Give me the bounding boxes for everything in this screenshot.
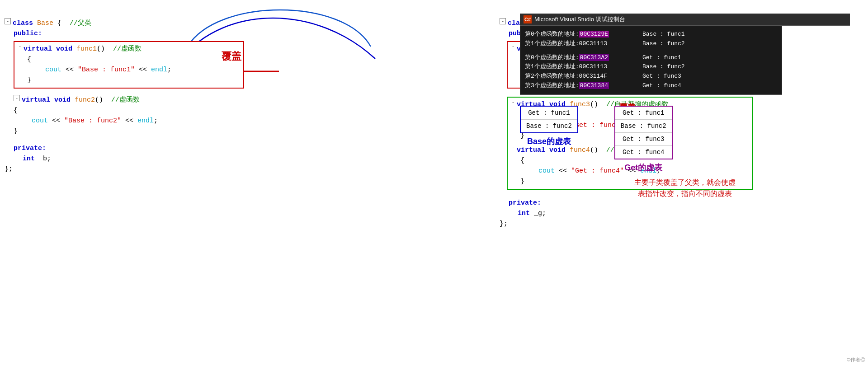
console-row-5: 第2个虚函数的地址:00C3114F Get : func3 <box>525 72 777 81</box>
func2-sig-line: - virtual void func2 () //虚函数 <box>14 95 244 105</box>
watermark: ©作者◎ <box>847 356 865 363</box>
vs-console-container: C# Microsoft Visual Studio 调试控制台 第0个虚函数的… <box>520 14 850 95</box>
public-line: public: <box>14 28 244 39</box>
class-keyword: class <box>13 18 37 28</box>
func1-sig-line: - virtual void func1 () //虚函数 <box>18 44 240 54</box>
base-vtable-box: Get : func1 Base : func2 <box>520 106 578 133</box>
collapse-func2[interactable]: - <box>14 95 20 101</box>
main-container: - class Base { //父类 public: - virtual vo… <box>0 0 868 365</box>
console-row-2: 第1个虚函数的地址:00C31113 Base : func2 <box>525 39 777 49</box>
base-vtable-label: Base的虚表 <box>520 136 578 147</box>
base-vtable-container: Get : func1 Base : func2 Base的虚表 <box>520 106 578 147</box>
console-row-6: 第3个虚函数的地址:00C31384 Get : func4 <box>525 81 777 91</box>
base-classname: Base <box>37 18 57 28</box>
base-vtable-cell-1: Get : func1 <box>521 107 577 120</box>
base-class-panel: - class Base { //父类 public: - virtual vo… <box>5 18 244 365</box>
bottom-note: 主要子类覆盖了父类，就会使虚表指针改变，指向不同的虚表 <box>520 177 850 200</box>
func1-base-box: - virtual void func1 () //虚函数 { cout << … <box>14 41 244 89</box>
vtable-section-container: 覆盖 Get : func1 Base : func2 <box>520 106 850 200</box>
get-vtable-container: Get : func1 Base : func2 Get : func3 Get… <box>614 106 673 173</box>
collapse-base[interactable]: - <box>5 18 11 24</box>
base-class-header-line: - class Base { //父类 <box>5 18 244 28</box>
get-vtable-cell-3: Get : func3 <box>615 133 672 146</box>
base-vtable-cell-2: Base : func2 <box>521 120 577 132</box>
arrow-gap <box>587 106 605 110</box>
console-row-3: 第0个虚函数的地址:00C313A2 Get : func1 <box>525 53 777 63</box>
vs-icon: C# <box>524 15 532 23</box>
get-vtable-cell-2: Base : func2 <box>615 120 672 133</box>
vs-console-title: C# Microsoft Visual Studio 调试控制台 <box>520 14 850 26</box>
vs-title-text: Microsoft Visual Studio 调试控制台 <box>534 15 625 23</box>
right-panel: C# Microsoft Visual Studio 调试控制台 第0个虚函数的… <box>520 14 850 200</box>
collapse-func1: - <box>18 44 22 50</box>
console-row-4: 第1个虚函数的地址:00C31113 Base : func2 <box>525 62 777 72</box>
console-row-1: 第0个虚函数的地址:00C3129E Base : func1 <box>525 30 777 39</box>
get-vtable-label: Get的虚表 <box>614 162 673 173</box>
base-comment: //父类 <box>70 18 91 28</box>
get-vtable-cell-1: Get : func1 <box>615 107 672 120</box>
get-vtable-box: Get : func1 Base : func2 Get : func3 Get… <box>614 106 673 159</box>
vtable-section: Get : func1 Base : func2 Base的虚表 Get : f… <box>520 106 850 173</box>
int-b-line: int _b; <box>23 154 244 164</box>
int-g-line: int _g; <box>518 208 753 219</box>
private-line: private: <box>14 143 244 154</box>
class-end-line: }; <box>5 164 244 174</box>
get-vtable-cell-4: Get : func4 <box>615 146 672 159</box>
base-brace-open: { <box>57 18 70 28</box>
fugai-left-label: 覆盖 <box>222 50 241 63</box>
collapse-get[interactable]: - <box>500 18 506 24</box>
get-class-end-line: }; <box>500 219 753 229</box>
vs-console-body: 第0个虚函数的地址:00C3129E Base : func1 第1个虚函数的地… <box>520 26 782 95</box>
public-keyword: public: <box>14 28 42 39</box>
